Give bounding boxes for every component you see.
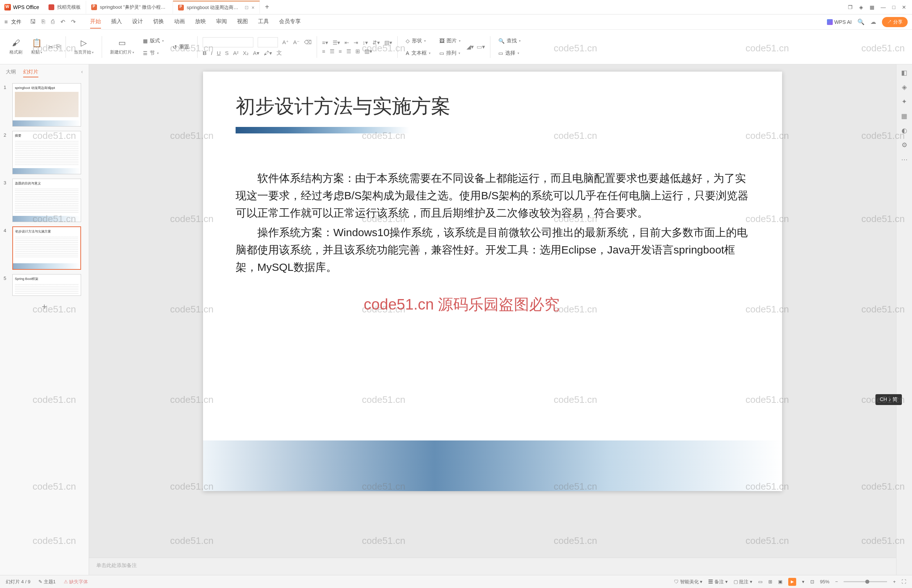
add-tab-button[interactable]: +: [260, 3, 274, 11]
file-menu[interactable]: 文件: [11, 19, 21, 25]
fit-icon[interactable]: ⊡: [810, 579, 814, 585]
menu-tab-transition[interactable]: 切换: [153, 15, 164, 29]
zoom-out-icon[interactable]: −: [835, 579, 838, 585]
decrease-font-icon[interactable]: A⁻: [293, 39, 300, 45]
align-justify-icon[interactable]: ☰: [346, 48, 351, 55]
cut-icon[interactable]: ✂: [48, 43, 53, 51]
notes-toggle[interactable]: ☰ 备注 ▾: [708, 578, 727, 585]
increase-font-icon[interactable]: A⁺: [282, 39, 289, 45]
hamburger-icon[interactable]: ≡: [4, 19, 8, 25]
thumb-1[interactable]: 1 springboot 动漫周边商城ppt: [0, 81, 89, 129]
numbering-icon[interactable]: ☰▾: [332, 39, 340, 46]
rail-tools-icon[interactable]: ⚙: [902, 141, 907, 149]
font-select[interactable]: [202, 37, 253, 47]
comments-toggle[interactable]: ▢ 批注 ▾: [734, 578, 752, 585]
rail-more-icon[interactable]: ⋯: [901, 155, 908, 163]
menu-tab-view[interactable]: 视图: [237, 15, 248, 29]
dropdown-icon[interactable]: ▾: [802, 579, 805, 585]
menu-tab-design[interactable]: 设计: [132, 15, 143, 29]
align-center-icon[interactable]: ☰: [330, 48, 334, 55]
zoom-in-icon[interactable]: +: [893, 579, 896, 585]
menu-tab-member[interactable]: 会员专享: [279, 15, 301, 29]
save-icon[interactable]: 🖫: [30, 18, 36, 25]
arrange-button[interactable]: ▭排列▾: [436, 48, 463, 58]
multi-window-icon[interactable]: ❐: [848, 4, 853, 10]
thumb-5[interactable]: 5 Spring Boot框架: [0, 272, 89, 298]
menu-tab-slideshow[interactable]: 放映: [195, 15, 206, 29]
rail-menu-icon[interactable]: ◧: [901, 69, 907, 77]
reading-view-icon[interactable]: ▣: [778, 579, 782, 585]
bullets-icon[interactable]: ≡▾: [322, 39, 328, 46]
cube-icon[interactable]: ◈: [859, 4, 863, 10]
normal-view-icon[interactable]: ▭: [758, 579, 763, 585]
rail-style-icon[interactable]: ◈: [902, 83, 907, 91]
italic-icon[interactable]: I: [211, 50, 212, 56]
share-button[interactable]: ↗ 分享: [882, 17, 908, 27]
reset-button[interactable]: ↺重置: [170, 42, 192, 52]
theme-label[interactable]: ✎ 主题1: [38, 578, 56, 585]
rail-material-icon[interactable]: ◐: [902, 126, 907, 134]
paste-button[interactable]: 📋 粘贴▾: [28, 38, 45, 55]
subscript-icon[interactable]: X₂: [243, 50, 249, 57]
cloud-icon[interactable]: ☁: [870, 18, 876, 25]
menu-tab-insert[interactable]: 插入: [111, 15, 122, 29]
slide-content[interactable]: 软件体系结构方案：由于本系统需要在不同设备上都能运行，而且电脑配置要求也要越低越…: [236, 170, 750, 276]
superscript-icon[interactable]: A²: [233, 50, 238, 56]
shape-button[interactable]: ◇形状▾: [403, 36, 433, 45]
textbox-button[interactable]: A文本框▾: [403, 48, 433, 58]
columns-icon[interactable]: ▥▾: [364, 48, 373, 55]
new-slide-button[interactable]: ▭ 新建幻灯片▾: [107, 38, 137, 55]
menu-tab-animation[interactable]: 动画: [174, 15, 185, 29]
slide-title[interactable]: 初步设计方法与实施方案: [236, 93, 750, 120]
highlight-icon[interactable]: 🖍▾: [264, 50, 272, 57]
print-icon[interactable]: ⎙: [51, 18, 55, 25]
strike-icon[interactable]: S: [225, 50, 229, 56]
slide-canvas[interactable]: 初步设计方法与实施方案 软件体系结构方案：由于本系统需要在不同设备上都能运行，而…: [203, 72, 782, 491]
zoom-value[interactable]: 95%: [820, 579, 829, 585]
outline-tab[interactable]: 大纲: [6, 69, 16, 78]
font-size-select[interactable]: [258, 37, 278, 47]
close-icon[interactable]: ×: [251, 5, 254, 10]
minimize-icon[interactable]: —: [881, 4, 886, 10]
close-window-icon[interactable]: ✕: [902, 4, 906, 10]
layout-button[interactable]: ▦版式▾: [140, 36, 167, 45]
font-color-icon[interactable]: A▾: [253, 50, 259, 57]
new-icon[interactable]: ⎘: [42, 18, 45, 25]
wen-icon[interactable]: 文: [277, 50, 282, 57]
section-button[interactable]: ☰节▾: [140, 48, 167, 58]
slideshow-button[interactable]: ▶: [788, 578, 796, 586]
underline-icon[interactable]: U: [217, 50, 221, 56]
undo-icon[interactable]: ↶: [60, 18, 65, 25]
rail-template-icon[interactable]: ▦: [901, 112, 907, 120]
menu-tab-tools[interactable]: 工具: [258, 15, 269, 29]
zoom-slider[interactable]: [844, 581, 887, 582]
distribute-icon[interactable]: ⊞: [355, 48, 360, 55]
wps-ai-button[interactable]: WPS AI: [827, 19, 852, 25]
bold-icon[interactable]: B: [202, 50, 207, 56]
indent-right-icon[interactable]: ⇥: [353, 39, 358, 46]
tab-doc-1[interactable]: springboot "鼻护灵" 微信小程序的: [86, 1, 173, 14]
picture-button[interactable]: 🖼图片▾: [436, 36, 463, 45]
find-button[interactable]: 🔍查找▾: [496, 36, 524, 45]
format-painter-button[interactable]: 🖌 格式刷: [6, 38, 25, 55]
line-spacing-icon[interactable]: ↕▾: [363, 39, 368, 46]
slides-tab[interactable]: 幻灯片: [23, 69, 38, 78]
maximize-icon[interactable]: □: [893, 4, 895, 10]
thumb-3[interactable]: 3 选题的目的与意义: [0, 176, 89, 224]
thumb-2[interactable]: 2 摘要: [0, 129, 89, 176]
align-right-icon[interactable]: ≡: [339, 48, 342, 54]
missing-font-label[interactable]: ⚠ 缺失字体: [64, 578, 88, 585]
notes-bar[interactable]: 单击此处添加备注: [89, 557, 896, 575]
clear-format-icon[interactable]: ⌫: [304, 39, 312, 45]
avatar-icon[interactable]: ▦: [870, 4, 874, 10]
copy-icon[interactable]: ⎘: [57, 43, 60, 51]
collapse-sidebar-icon[interactable]: ‹: [81, 69, 83, 78]
indent-left-icon[interactable]: ⇤: [345, 39, 349, 46]
align-text-icon[interactable]: ▤▾: [384, 39, 392, 46]
tab-doc-2[interactable]: springboot 动漫周边商城的 ⊡ ×: [173, 1, 260, 14]
add-slide-button[interactable]: +: [0, 298, 89, 315]
fullscreen-icon[interactable]: ⛶: [902, 579, 906, 585]
tab-templates[interactable]: 找稻壳模板: [44, 1, 86, 14]
fill-icon[interactable]: ◢▾: [467, 44, 474, 50]
outline-icon[interactable]: ▭▾: [476, 44, 485, 50]
